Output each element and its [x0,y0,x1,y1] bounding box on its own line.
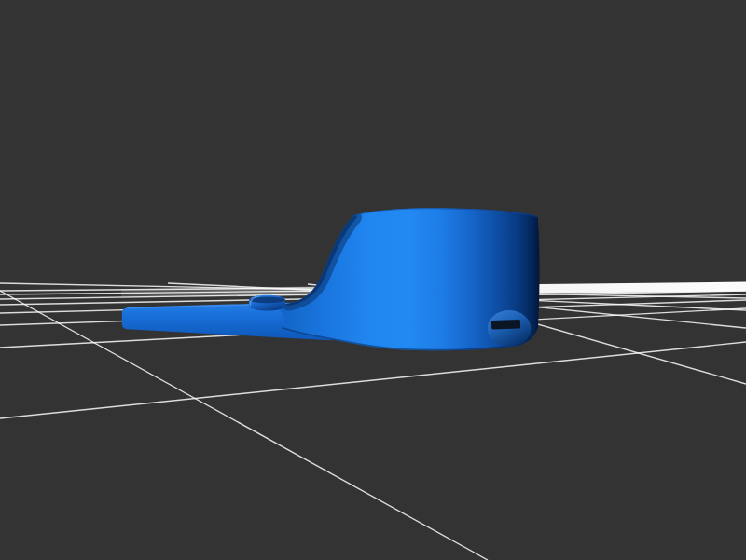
model-viewer-window [0,0,746,560]
viewport-3d[interactable] [0,0,746,560]
screw-slot [491,320,520,330]
